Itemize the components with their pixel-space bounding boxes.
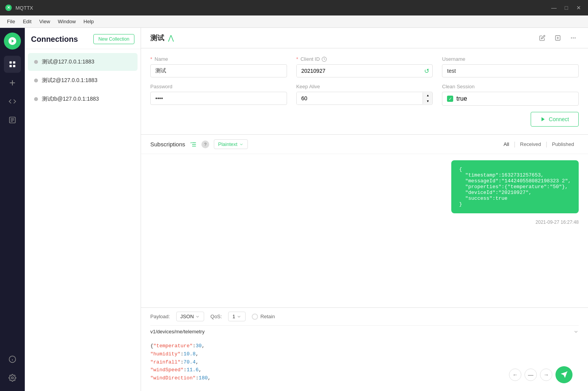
subscriptions-list-icon[interactable] (190, 141, 197, 148)
sidebar-item-settings[interactable] (4, 369, 21, 386)
add-subscription-icon[interactable] (552, 33, 563, 43)
connection-item[interactable]: 测试@127.0.0.1:1883 (28, 53, 138, 71)
stepper-up-button[interactable]: ▲ (423, 93, 432, 98)
client-id-label: * Client ID (296, 56, 433, 62)
connections-panel: Connections New Collection 测试@127.0.0.1:… (25, 28, 141, 391)
maximize-button[interactable]: □ (562, 3, 571, 12)
username-label: Username (442, 56, 579, 62)
svg-rect-2 (10, 62, 12, 64)
message-content: { "timestamp":1632731257653, "messageId"… (459, 166, 571, 207)
send-icon (560, 371, 568, 379)
message-bubble: { "timestamp":1632731257653, "messageId"… (451, 160, 579, 213)
message-timestamp: 2021-09-27 16:27:48 (150, 220, 579, 225)
close-button[interactable]: ✕ (574, 3, 583, 12)
payload-type-dropdown[interactable]: Plaintext (214, 139, 248, 149)
send-button[interactable] (555, 366, 573, 383)
connection-form: * Name * Client ID (141, 48, 588, 135)
form-group-client-id: * Client ID ↺ (296, 56, 433, 77)
connections-title: Connections (31, 35, 78, 44)
qos-label: QoS: (210, 314, 222, 319)
username-input[interactable] (442, 64, 579, 77)
app-logo: ✕ (5, 4, 12, 12)
menu-bar: File Edit View Window Help (0, 15, 588, 28)
sidebar-item-add[interactable] (4, 74, 21, 91)
collapse-button[interactable]: ⋀ (168, 34, 174, 42)
edit-icon[interactable] (537, 33, 548, 43)
subscriptions-title: Subscriptions (150, 141, 185, 147)
topic-input[interactable]: v1/devices/me/telemetry (150, 329, 205, 334)
new-collection-button[interactable]: New Collection (93, 34, 134, 44)
clean-session-checkbox[interactable] (447, 96, 453, 102)
main-layout: Connections New Collection 测试@127.0.0.1:… (0, 28, 588, 391)
name-input[interactable] (150, 64, 287, 77)
svg-rect-3 (13, 62, 15, 64)
connect-button[interactable]: Connect (531, 112, 579, 127)
connection-item[interactable]: 测试tb@127.0.0.1:1883 (28, 90, 138, 108)
sidebar-item-connections[interactable] (4, 56, 21, 73)
topic-expand-icon[interactable] (573, 329, 579, 334)
topic-bar: v1/devices/me/telemetry (150, 325, 579, 338)
clear-button[interactable]: — (524, 369, 537, 381)
keep-alive-input[interactable] (297, 92, 423, 105)
svg-point-19 (574, 38, 576, 39)
more-options-icon[interactable] (568, 33, 579, 43)
keep-alive-stepper: ▲ ▼ (296, 92, 433, 105)
svg-rect-5 (13, 65, 15, 67)
content-area: 测试 ⋀ (141, 28, 588, 391)
app-logo-sidebar[interactable] (4, 33, 21, 50)
retain-checkbox[interactable] (252, 314, 258, 320)
menu-edit[interactable]: Edit (19, 17, 35, 26)
filter-tab-received[interactable]: Received (516, 140, 546, 149)
payload-type-select[interactable]: JSON (176, 312, 205, 321)
connection-item[interactable]: 测试2@127.0.0.1:1883 (28, 72, 138, 89)
form-group-clean-session: Clean Session true (442, 84, 579, 106)
client-id-input[interactable] (297, 65, 421, 77)
title-bar: ✕ MQTTX — □ ✕ (0, 0, 588, 15)
connection-list: 测试@127.0.0.1:1883 测试2@127.0.0.1:1883 测试t… (25, 49, 141, 391)
menu-file[interactable]: File (3, 17, 19, 26)
clock-icon (322, 57, 327, 62)
retain-toggle[interactable]: Retain (252, 314, 275, 320)
stepper-buttons: ▲ ▼ (423, 93, 432, 104)
menu-view[interactable]: View (35, 17, 54, 26)
refresh-client-id-button[interactable]: ↺ (421, 66, 432, 76)
sidebar-item-log[interactable] (4, 111, 21, 129)
prev-message-button[interactable]: ← (509, 369, 521, 381)
sidebar-item-info[interactable] (4, 351, 21, 368)
form-group-username: Username (442, 56, 579, 77)
sidebar (0, 28, 25, 391)
svg-point-18 (573, 38, 574, 39)
connection-detail-title: 测试 (150, 33, 164, 43)
subscriptions-help-button[interactable]: ? (201, 141, 209, 148)
menu-help[interactable]: Help (80, 17, 98, 26)
connection-name: 测试@127.0.0.1:1883 (42, 58, 95, 65)
menu-window[interactable]: Window (54, 17, 79, 26)
log-icon (9, 116, 16, 124)
stepper-down-button[interactable]: ▼ (423, 98, 432, 104)
clean-session-label: Clean Session (442, 84, 579, 89)
clean-session-value: true (456, 95, 467, 102)
messages-area: { "timestamp":1632731257653, "messageId"… (141, 154, 588, 391)
publish-options: Payload: JSON QoS: 1 (150, 312, 579, 321)
qos-chevron-icon (237, 314, 241, 319)
minimize-button[interactable]: — (549, 3, 559, 12)
payload-line: "humidity":10.8, (150, 350, 579, 358)
form-group-password: Password (150, 84, 287, 106)
connection-detail-header: 测试 ⋀ (141, 28, 588, 48)
filter-tab-all[interactable]: All (499, 140, 514, 149)
sidebar-item-script[interactable] (4, 93, 21, 110)
connection-name: 测试tb@127.0.0.1:1883 (42, 96, 99, 103)
form-row-2: Password Keep Alive ▲ ▼ (150, 84, 579, 106)
svg-marker-26 (561, 372, 567, 378)
message-filter-tabs: All | Received | Published (499, 140, 579, 149)
retain-label: Retain (260, 314, 275, 319)
password-input[interactable] (150, 92, 287, 105)
connections-icon (9, 60, 16, 68)
add-icon (9, 79, 16, 87)
qos-select[interactable]: 1 (228, 312, 246, 321)
play-icon (540, 117, 546, 122)
subscriptions-area: Subscriptions ? Plaintext (141, 135, 588, 391)
svg-text:✕: ✕ (7, 5, 10, 10)
next-message-button[interactable]: → (540, 369, 552, 381)
filter-tab-published[interactable]: Published (547, 140, 579, 149)
